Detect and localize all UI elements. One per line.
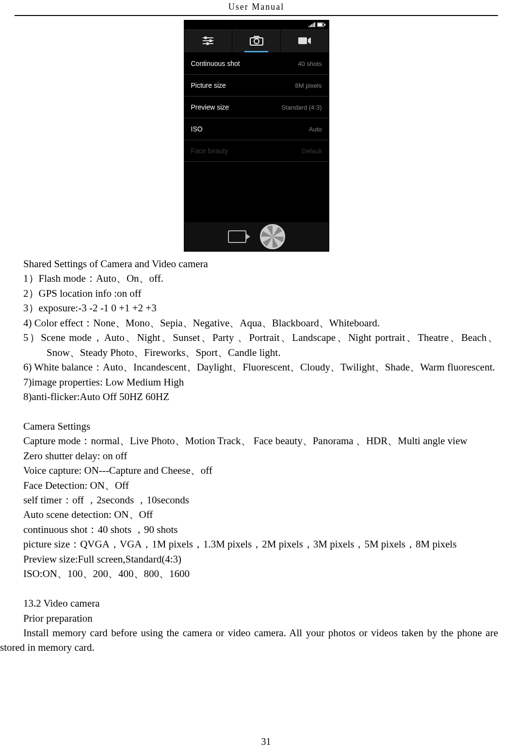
text-line: Zero shutter delay: on off xyxy=(0,449,498,463)
text-line: Capture mode：normal、Live Photo、Motion Tr… xyxy=(0,434,498,448)
settings-tabs xyxy=(184,29,329,53)
shutter-button[interactable] xyxy=(260,224,285,249)
text-line: picture size：QVGA，VGA，1M pixels，1.3M pix… xyxy=(0,537,498,551)
text-line: ISO:ON、100、200、400、800、1600 xyxy=(0,566,498,581)
text-line: Shared Settings of Camera and Video came… xyxy=(0,257,498,271)
row-label: Continuous shot xyxy=(191,60,240,67)
text-line: Auto scene detection: ON、Off xyxy=(0,507,498,522)
signal-icon xyxy=(308,22,315,27)
blank-line xyxy=(0,404,498,418)
text-line: Install memory card before using the cam… xyxy=(0,626,498,655)
text-line: 6) White balance：Auto、Incandescent、Dayli… xyxy=(0,360,498,374)
tab-sliders[interactable] xyxy=(184,29,233,52)
text-line: 3）exposure:-3 -2 -1 0 +1 +2 +3 xyxy=(0,301,498,315)
battery-icon xyxy=(317,22,326,27)
phone-screenshot: Continuous shot 40 shots Picture size 8M… xyxy=(184,20,329,252)
text-line: 2）GPS location info :on off xyxy=(0,286,498,301)
svg-point-6 xyxy=(205,37,207,39)
text-line: Face Detection: ON、Off xyxy=(0,478,498,493)
camera-icon xyxy=(249,36,264,46)
text-line: 7)image properties: Low Medium High xyxy=(0,375,498,389)
text-line: 5）Scene mode，Auto、Night、Sunset、Party 、Po… xyxy=(23,330,498,360)
text-line: 1）Flash mode：Auto、On、off. xyxy=(0,271,498,286)
sliders-icon xyxy=(202,36,214,46)
row-value: Standard (4:3) xyxy=(281,104,322,111)
row-value: Default xyxy=(302,147,322,155)
row-label: Picture size xyxy=(191,81,226,89)
svg-point-10 xyxy=(254,39,259,44)
text-line: 8)anti-flicker:Auto Off 50HZ 60HZ xyxy=(0,389,498,404)
text-line: self timer：off ，2seconds ，10seconds xyxy=(0,493,498,507)
video-icon xyxy=(297,36,312,45)
page-header: User Manual xyxy=(15,0,498,16)
blank-line xyxy=(0,581,498,596)
row-face-beauty[interactable]: Face beauty Default xyxy=(184,140,329,162)
svg-rect-11 xyxy=(298,37,307,44)
row-value: 8M pixels xyxy=(295,82,322,89)
document-body: Shared Settings of Camera and Video came… xyxy=(0,257,513,655)
row-picture-size[interactable]: Picture size 8M pixels xyxy=(184,75,329,97)
text-line: Camera Settings xyxy=(0,419,498,434)
row-iso[interactable]: ISO Auto xyxy=(184,118,329,140)
settings-list: Continuous shot 40 shots Picture size 8M… xyxy=(184,53,329,162)
svg-rect-1 xyxy=(318,23,322,26)
tab-camera[interactable] xyxy=(232,29,281,52)
text-line: continuous shot：40 shots ，90 shots xyxy=(0,522,498,537)
row-label: ISO xyxy=(191,125,203,133)
svg-point-8 xyxy=(207,43,209,45)
camera-bottom-bar xyxy=(184,222,329,251)
row-preview-size[interactable]: Preview size Standard (4:3) xyxy=(184,97,329,118)
page-number: 31 xyxy=(0,736,532,747)
row-value: Auto xyxy=(309,126,322,133)
row-value: 40 shots xyxy=(298,60,322,67)
row-label: Face beauty xyxy=(191,147,228,155)
tab-video[interactable] xyxy=(281,29,329,52)
text-line: Voice capture: ON---Capture and Cheese、o… xyxy=(0,463,498,478)
svg-rect-2 xyxy=(324,24,325,26)
svg-point-7 xyxy=(210,40,211,42)
text-line: Preview size:Full screen,Standard(4:3) xyxy=(0,552,498,566)
text-line: 4) Color effect：None、Mono、Sepia、Negative… xyxy=(0,316,498,330)
row-label: Preview size xyxy=(191,103,229,111)
text-line: Prior preparation xyxy=(0,611,498,626)
status-bar xyxy=(184,20,329,29)
row-continuous-shot[interactable]: Continuous shot 40 shots xyxy=(184,53,329,75)
video-rec-icon[interactable] xyxy=(228,230,246,243)
section-heading: 13.2 Video camera xyxy=(0,596,498,611)
